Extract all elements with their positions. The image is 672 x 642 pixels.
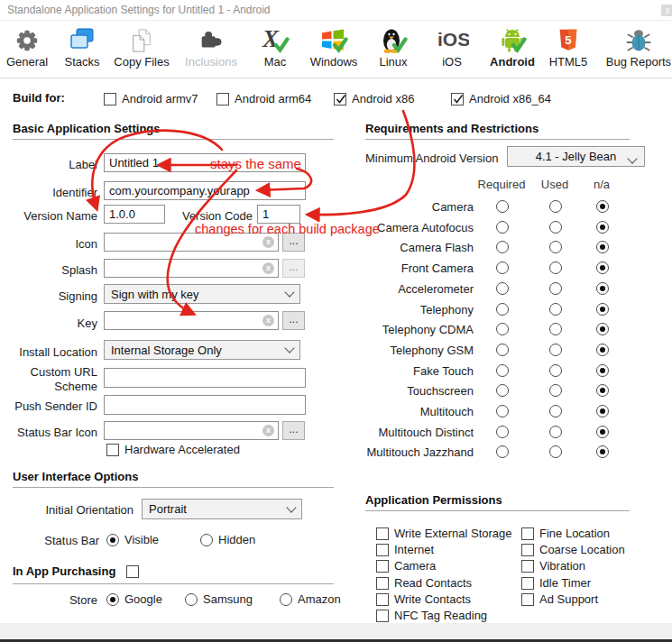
label-input[interactable] xyxy=(104,153,306,172)
requirement-radio-used[interactable] xyxy=(549,323,562,335)
checkbox[interactable] xyxy=(376,610,389,622)
requirement-radio-used[interactable] xyxy=(549,384,562,397)
splash-input[interactable] xyxy=(104,259,279,278)
checkbox[interactable] xyxy=(376,577,389,590)
permission-coarse-location[interactable]: Coarse Location xyxy=(521,543,625,556)
store-option-samsung[interactable]: Samsung xyxy=(185,592,253,606)
permission-write-external-storage[interactable]: Write External Storage xyxy=(376,527,512,540)
requirement-radio-used[interactable] xyxy=(549,426,562,438)
push-sender-id-input[interactable] xyxy=(104,395,306,415)
checkbox[interactable] xyxy=(521,527,534,540)
build-for-option-android-armv7[interactable]: Android armv7 xyxy=(104,92,198,105)
version-code-input[interactable] xyxy=(257,205,300,224)
install-location-select[interactable]: Internal Storage Only xyxy=(104,340,300,360)
requirement-radio-required[interactable] xyxy=(496,323,509,335)
radio-button[interactable] xyxy=(200,534,213,546)
requirement-radio-na[interactable] xyxy=(596,384,609,397)
checkbox[interactable] xyxy=(521,544,534,556)
custom-url-scheme-input[interactable] xyxy=(104,368,306,388)
hardware-accelerated-option[interactable]: Hardware Accelerated xyxy=(106,443,240,456)
clear-icon[interactable]: x xyxy=(262,425,274,436)
checkbox[interactable] xyxy=(376,560,389,573)
requirement-radio-required[interactable] xyxy=(496,364,509,377)
requirement-radio-na[interactable] xyxy=(596,405,609,417)
requirement-radio-na[interactable] xyxy=(596,200,609,213)
permission-nfc-tag-reading[interactable]: NFC Tag Reading xyxy=(376,609,487,622)
status-bar-icon-browse-button[interactable]: ... xyxy=(282,421,305,440)
toolbar-item-bug-reports[interactable]: Bug Reports xyxy=(598,23,672,69)
in-app-purchasing-checkbox[interactable] xyxy=(126,565,139,578)
checkbox[interactable] xyxy=(334,93,346,105)
permission-idle-timer[interactable]: Idle Timer xyxy=(521,576,591,590)
requirement-radio-used[interactable] xyxy=(549,200,562,213)
requirement-radio-na[interactable] xyxy=(596,344,609,356)
radio-button[interactable] xyxy=(280,593,292,606)
permission-internet[interactable]: Internet xyxy=(376,543,434,556)
permission-ad-support[interactable]: Ad Support xyxy=(521,592,598,606)
identifier-input[interactable] xyxy=(104,181,306,200)
checkbox[interactable] xyxy=(521,560,534,573)
signing-select[interactable]: Sign with my key xyxy=(104,284,300,304)
requirement-radio-used[interactable] xyxy=(549,221,562,234)
requirement-radio-used[interactable] xyxy=(549,344,562,356)
checkbox[interactable] xyxy=(376,593,389,606)
requirement-radio-required[interactable] xyxy=(496,405,509,417)
checkbox[interactable] xyxy=(104,93,116,105)
requirement-radio-na[interactable] xyxy=(596,445,609,458)
hardware-accelerated-checkbox[interactable] xyxy=(106,444,119,456)
radio-button[interactable] xyxy=(106,534,119,546)
requirement-radio-required[interactable] xyxy=(496,282,509,295)
key-input[interactable] xyxy=(104,311,279,330)
initial-orientation-select[interactable]: Portrait xyxy=(142,499,302,519)
status-bar-option-hidden[interactable]: Hidden xyxy=(200,533,255,546)
icon-browse-button[interactable]: ... xyxy=(282,233,305,252)
requirement-radio-required[interactable] xyxy=(496,241,509,253)
requirement-radio-used[interactable] xyxy=(549,405,562,417)
checkbox[interactable] xyxy=(451,93,464,105)
requirement-radio-used[interactable] xyxy=(549,282,562,295)
store-option-google[interactable]: Google xyxy=(106,592,162,606)
clear-icon[interactable]: x xyxy=(262,236,274,248)
checkbox[interactable] xyxy=(521,577,534,590)
requirement-radio-required[interactable] xyxy=(496,200,509,213)
permission-write-contacts[interactable]: Write Contacts xyxy=(376,592,471,606)
requirement-radio-required[interactable] xyxy=(496,221,509,234)
requirement-radio-required[interactable] xyxy=(496,445,509,458)
permission-camera[interactable]: Camera xyxy=(376,559,436,573)
requirement-radio-used[interactable] xyxy=(549,364,562,377)
build-for-option-android-x86[interactable]: Android x86 xyxy=(334,92,414,105)
requirement-radio-na[interactable] xyxy=(596,364,609,377)
radio-button[interactable] xyxy=(185,593,198,606)
requirement-radio-na[interactable] xyxy=(596,241,609,253)
requirement-radio-required[interactable] xyxy=(496,344,509,356)
requirement-radio-required[interactable] xyxy=(496,426,509,438)
status-bar-icon-input[interactable] xyxy=(104,421,279,440)
permission-vibration[interactable]: Vibration xyxy=(521,559,585,573)
checkbox[interactable] xyxy=(216,93,229,105)
requirement-radio-na[interactable] xyxy=(596,261,609,274)
close-icon[interactable]: x xyxy=(661,5,672,16)
build-for-option-android-x86_64[interactable]: Android x86_64 xyxy=(451,92,551,105)
splash-browse-button[interactable]: ... xyxy=(282,259,305,278)
requirement-radio-used[interactable] xyxy=(549,303,562,316)
checkbox[interactable] xyxy=(376,544,389,556)
clear-icon[interactable]: x xyxy=(262,262,274,274)
toolbar-item-html5[interactable]: 5HTML5 xyxy=(528,23,609,69)
requirement-radio-used[interactable] xyxy=(549,241,562,253)
min-android-version-select[interactable]: 4.1 - Jelly Bean xyxy=(507,146,645,167)
requirement-radio-na[interactable] xyxy=(596,303,609,316)
radio-button[interactable] xyxy=(106,593,119,606)
requirement-radio-used[interactable] xyxy=(549,261,562,274)
requirement-radio-required[interactable] xyxy=(496,303,509,316)
requirement-radio-required[interactable] xyxy=(496,261,509,274)
status-bar-option-visible[interactable]: Visible xyxy=(106,533,159,546)
requirement-radio-na[interactable] xyxy=(596,282,609,295)
key-browse-button[interactable]: ... xyxy=(282,311,305,330)
store-option-amazon[interactable]: Amazon xyxy=(280,592,341,606)
icon-input[interactable] xyxy=(104,233,279,252)
permission-fine-location[interactable]: Fine Location xyxy=(521,527,610,540)
requirement-radio-used[interactable] xyxy=(549,445,562,458)
checkbox[interactable] xyxy=(376,527,389,540)
permission-read-contacts[interactable]: Read Contacts xyxy=(376,576,472,590)
requirement-radio-required[interactable] xyxy=(496,384,509,397)
